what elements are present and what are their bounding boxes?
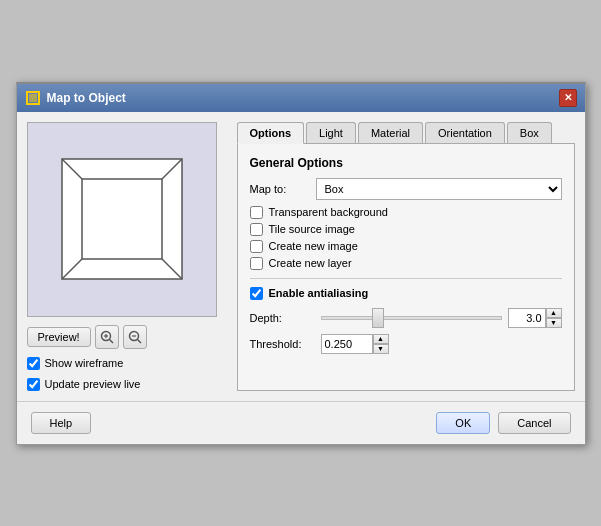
wireframe-label: Show wireframe xyxy=(45,357,124,369)
threshold-increment-btn[interactable]: ▲ xyxy=(373,334,389,344)
transparent-bg-checkbox[interactable] xyxy=(250,206,263,219)
left-panel: Preview! xyxy=(27,122,227,391)
create-new-layer-row: Create new layer xyxy=(250,257,562,270)
dropdown-wrapper: Box Sphere Cylinder Plane xyxy=(316,178,562,200)
antialiasing-checkbox[interactable] xyxy=(250,287,263,300)
svg-rect-1 xyxy=(29,94,37,102)
depth-increment-btn[interactable]: ▲ xyxy=(546,308,562,318)
threshold-row: Threshold: ▲ ▼ xyxy=(250,334,562,354)
tab-light[interactable]: Light xyxy=(306,122,356,143)
create-new-layer-checkbox[interactable] xyxy=(250,257,263,270)
zoom-in-button[interactable] xyxy=(95,325,119,349)
ok-button[interactable]: OK xyxy=(436,412,490,434)
tab-material[interactable]: Material xyxy=(358,122,423,143)
depth-value-input[interactable] xyxy=(508,308,546,328)
tab-content-options: General Options Map to: Box Sphere Cylin… xyxy=(237,144,575,391)
title-bar-left: Map to Object xyxy=(25,90,126,106)
tabs: Options Light Material Orientation Box xyxy=(237,122,575,144)
dialog-footer: Help OK Cancel xyxy=(17,401,585,444)
create-new-image-checkbox[interactable] xyxy=(250,240,263,253)
depth-slider[interactable] xyxy=(321,316,502,320)
title-bar: Map to Object ✕ xyxy=(17,84,585,112)
zoom-in-icon xyxy=(100,330,114,344)
preview-live-label: Update preview live xyxy=(45,378,141,390)
cancel-button[interactable]: Cancel xyxy=(498,412,570,434)
dialog-title: Map to Object xyxy=(47,91,126,105)
close-button[interactable]: ✕ xyxy=(559,89,577,107)
map-to-dropdown[interactable]: Box Sphere Cylinder Plane xyxy=(316,178,562,200)
zoom-out-icon xyxy=(128,330,142,344)
zoom-out-button[interactable] xyxy=(123,325,147,349)
tile-source-row: Tile source image xyxy=(250,223,562,236)
transparent-bg-label: Transparent background xyxy=(269,206,388,218)
preview-live-checkbox[interactable] xyxy=(27,378,40,391)
tab-box[interactable]: Box xyxy=(507,122,552,143)
tab-orientation[interactable]: Orientation xyxy=(425,122,505,143)
antialiasing-label: Enable antialiasing xyxy=(269,287,369,299)
threshold-spinbox-btns: ▲ ▼ xyxy=(373,334,389,354)
svg-line-13 xyxy=(137,339,141,343)
help-button[interactable]: Help xyxy=(31,412,92,434)
divider xyxy=(250,278,562,279)
depth-spinbox-btns: ▲ ▼ xyxy=(546,308,562,328)
depth-row: Depth: ▲ ▼ xyxy=(250,308,562,328)
dialog-body: Preview! xyxy=(17,112,585,401)
preview-area xyxy=(27,122,217,317)
tile-source-checkbox[interactable] xyxy=(250,223,263,236)
threshold-value-input[interactable] xyxy=(321,334,373,354)
transparent-bg-row: Transparent background xyxy=(250,206,562,219)
create-new-layer-label: Create new layer xyxy=(269,257,352,269)
app-icon xyxy=(25,90,41,106)
depth-label: Depth: xyxy=(250,312,315,324)
antialiasing-row: Enable antialiasing xyxy=(250,287,562,300)
right-panel: Options Light Material Orientation Box G… xyxy=(237,122,575,391)
create-new-image-row: Create new image xyxy=(250,240,562,253)
depth-decrement-btn[interactable]: ▼ xyxy=(546,318,562,328)
create-new-image-label: Create new image xyxy=(269,240,358,252)
box-preview-svg xyxy=(52,149,192,289)
wireframe-row: Show wireframe xyxy=(27,357,227,370)
general-options-title: General Options xyxy=(250,156,562,170)
map-to-row: Map to: Box Sphere Cylinder Plane xyxy=(250,178,562,200)
map-to-object-dialog: Map to Object ✕ xyxy=(16,82,586,445)
depth-spinbox: ▲ ▼ xyxy=(508,308,562,328)
tab-options[interactable]: Options xyxy=(237,122,305,144)
tile-source-label: Tile source image xyxy=(269,223,355,235)
threshold-decrement-btn[interactable]: ▼ xyxy=(373,344,389,354)
threshold-spinbox: ▲ ▼ xyxy=(321,334,389,354)
svg-line-9 xyxy=(109,339,113,343)
preview-button[interactable]: Preview! xyxy=(27,327,91,347)
threshold-label: Threshold: xyxy=(250,338,315,350)
map-to-label: Map to: xyxy=(250,183,310,195)
wireframe-checkbox[interactable] xyxy=(27,357,40,370)
preview-live-row: Update preview live xyxy=(27,378,227,391)
preview-buttons: Preview! xyxy=(27,325,227,349)
